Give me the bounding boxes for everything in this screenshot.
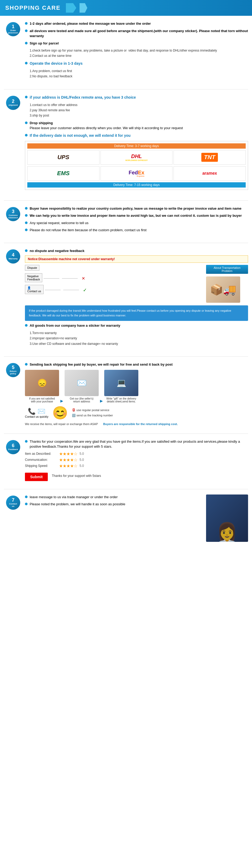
bold-text: all devices were tested and made sure al…: [30, 29, 248, 38]
smiley-face: 😊: [52, 406, 68, 420]
main-content: 1 Orderprocesser 1-2 days after ordered,…: [0, 16, 252, 552]
bullet-dot: [25, 96, 28, 98]
send-tracking-text: 🔢 send us the tracking number: [72, 413, 113, 418]
choice-item-1: 1.contact us to offer other address: [30, 102, 248, 107]
contact-person-image: 👩‍💼: [206, 495, 248, 542]
icon-label-3: Customsclearance: [8, 214, 18, 219]
carrier-fedex: FedEx Express: [101, 166, 173, 181]
icon-circle-4: 4 Warranty: [6, 249, 20, 264]
signup-sub-list: 1.check before sign up for your name, an…: [30, 48, 248, 59]
section-icon-6: 6 Feedback: [4, 439, 22, 481]
carrier-aramex: aramex: [174, 166, 246, 181]
return-arrow-1: ▶: [60, 399, 63, 403]
person-emoji: 👩‍💼: [214, 523, 240, 542]
bullet-4-2: All goods from our company have a sticke…: [25, 323, 248, 328]
icon-number-6: 6: [12, 443, 14, 448]
header-accent-1: [66, 3, 76, 12]
delivery-diagram: Delivery Time: 3-7 working days UPS DHL …: [25, 141, 248, 190]
delivery-icon: 📦🚚: [206, 276, 240, 303]
carrier-dhl: DHL WORLDWIDE EXPRESS®: [101, 150, 173, 165]
contact-row: 👤 Contact us ✓: [25, 285, 204, 295]
bullet-6-1: Thanks for your cooperation.We are very …: [25, 439, 248, 449]
bullet-dot: [25, 440, 28, 443]
ems-logo: EMS: [57, 170, 70, 177]
divider-2: [4, 200, 248, 201]
bullet-2-3: If the delivery date is not enough, we w…: [25, 133, 248, 138]
section6-content: Thanks for your cooperation.We are very …: [22, 439, 248, 481]
icon-number-3: 3: [12, 209, 14, 214]
stars-3: ★★★★☆: [59, 463, 77, 468]
choice-item-3: 3.ship by post: [30, 113, 248, 118]
warranty-line: [63, 290, 79, 290]
bullet-3-4: Please do not refuse the item because of…: [25, 227, 248, 233]
icon-number-5: 5: [12, 365, 14, 370]
return-bottom: 📞 ✉️ Contact us quickly 😊 📮 use regular …: [25, 406, 248, 420]
bullet-text-1-1: 1-2 days after ordered, please noted the…: [30, 21, 151, 26]
contact-quickly-wrap: 📞 ✉️ Contact us quickly: [25, 408, 48, 418]
header-accent-2: [79, 3, 87, 12]
section-icon-1: 1 Orderprocesser: [4, 21, 22, 81]
operate-item-2: 2.No dispute, no bad feedback: [30, 74, 248, 79]
bullet-2-1: if your address is DHL/Fedex remote area…: [25, 95, 248, 100]
bullet-7-2: Please noted the problem, we will handle…: [25, 502, 201, 507]
icon-circle-3: 3 Customsclearance: [6, 207, 20, 221]
divider-3: [4, 243, 248, 243]
warranty-right: About Transportation Problem 📦🚚: [206, 265, 248, 303]
section-order-processer: 1 Orderprocesser 1-2 days after ordered,…: [4, 19, 248, 84]
bullet-dot: [25, 134, 28, 136]
icon-circle-2: 2 shipment: [6, 96, 20, 110]
warranty-notice: Notice:Disassemble machine not covered u…: [25, 255, 248, 263]
bold-text: no dispute and negative feedback: [30, 249, 84, 253]
warranty-item-1: 1.Torn=no warranty: [30, 330, 248, 336]
bullet-text-3-4: Please do not refuse the item because of…: [30, 227, 146, 233]
bullet-text-4-2: All goods from our company have a sticke…: [30, 323, 120, 328]
bold-text: 1-2 days after ordered, please noted the…: [30, 22, 151, 26]
bullet-4-1: no dispute and negative feedback: [25, 248, 248, 254]
icon-circle-6: 6 Feedback: [6, 440, 20, 454]
about-transport-button[interactable]: About Transportation Problem: [206, 265, 248, 274]
return-step-2-wrap: ✉️ Get our (the seller's)return address: [65, 370, 99, 403]
section1-content: 1-2 days after ordered, please noted the…: [22, 21, 248, 81]
phone-icon: 📞 ✉️: [25, 408, 48, 415]
negative-feedback-box: NegativeFeedback: [25, 273, 42, 282]
contact-bg: 👩‍💼: [206, 495, 248, 542]
bullet-dot: [25, 496, 28, 498]
section-return: 5 Returnpolicy Sending back shipping fee…: [4, 359, 248, 428]
negative-row: NegativeFeedback ✕: [25, 273, 204, 283]
delivery-top-label: Delivery Time: 3-7 working days: [27, 143, 246, 149]
return-caption-2: Get our (the seller's)return address: [65, 397, 99, 403]
contact-text-content: leave message to us via trade manager or…: [25, 495, 201, 542]
warranty-diagram: Dispute NegativeFeedback ✕ 👤 Contact us: [25, 265, 248, 303]
warranty-items-list: 1.Torn=no warranty 2.improper operation=…: [30, 330, 248, 346]
carrier-tnt: TNT: [174, 150, 246, 165]
section-icon-2: 2 shipment: [4, 95, 22, 192]
postal-service-text: 📮 use regular postal service: [72, 408, 113, 413]
submit-button[interactable]: Submit: [25, 473, 48, 481]
bullet-dot: [25, 22, 28, 25]
bullet-1-2: all devices were tested and made sure al…: [25, 28, 248, 39]
icon-number-1: 1: [12, 24, 14, 29]
stars-2: ★★★★☆: [59, 457, 77, 462]
bullet-dot: [25, 207, 28, 210]
bullet-2-2: Drop shipping Please leave your customer…: [25, 121, 248, 131]
dispute-row: Dispute: [25, 265, 204, 272]
feedback-label-3: Shipping Speed:: [25, 464, 59, 468]
icon-circle-7: 7 Contactus: [6, 496, 20, 510]
section-icon-5: 5 Returnpolicy: [4, 362, 22, 426]
icon-label-7: Contactus: [9, 503, 17, 508]
ups-logo: UPS: [58, 154, 69, 161]
contact-icon: 👤: [27, 286, 31, 289]
page-header: SHOPPING CARE: [0, 0, 252, 16]
icon-label-5: Returnpolicy: [10, 370, 16, 375]
icon-label-4: Warranty: [9, 258, 17, 260]
warranty-info-box: If the product damaged during the transi…: [25, 305, 248, 321]
fedex-logo-wrap: FedEx Express: [129, 169, 144, 177]
bullet-dot: [25, 363, 28, 366]
bullet-dot: [25, 249, 28, 252]
carrier-grid-bottom: EMS FedEx Express aramex: [27, 166, 246, 181]
return-img-laptop: 💻: [104, 370, 138, 396]
divider-5: [4, 433, 248, 434]
carrier-grid-top: UPS DHL WORLDWIDE EXPRESS® TNT: [27, 150, 246, 165]
thanks-note: Thanks for your support with 5stars: [52, 474, 101, 478]
icon-circle-5: 5 Returnpolicy: [6, 363, 20, 377]
